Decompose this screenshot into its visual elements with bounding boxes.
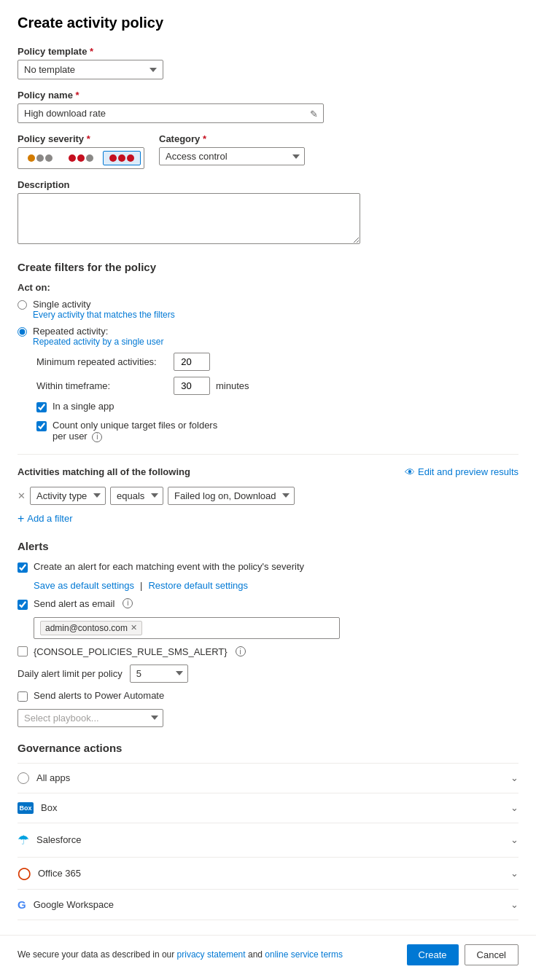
restore-default-link[interactable]: Restore default settings	[148, 580, 248, 591]
severity-low-dot2	[36, 154, 44, 162]
severity-high-dots	[109, 154, 134, 162]
divider-1	[18, 454, 518, 455]
severity-high[interactable]	[103, 151, 141, 165]
add-filter-label: Add a filter	[27, 513, 72, 524]
separator: |	[140, 580, 142, 591]
policy-name-group: Policy name ✎	[18, 90, 518, 123]
unique-files-label-group: Count only unique target files or folder…	[53, 420, 217, 442]
governance-item-office365[interactable]: ◯ Office 365 ⌄	[18, 857, 518, 889]
repeated-activity-radio[interactable]	[18, 327, 27, 337]
cancel-button[interactable]: Cancel	[465, 944, 518, 965]
min-repeated-input[interactable]	[174, 353, 210, 371]
send-email-checkbox-row[interactable]: Send alert as email i	[18, 598, 518, 610]
severity-high-dot2	[118, 154, 125, 162]
governance-section: Governance actions All apps ⌄ Box Box ⌄ …	[18, 742, 518, 920]
footer-bar: We secure your data as described in our …	[0, 935, 536, 974]
send-email-checkbox[interactable]	[18, 600, 28, 610]
single-app-checkbox-row[interactable]: In a single app	[36, 401, 518, 412]
sms-checkbox-row[interactable]: {CONSOLE_POLICIES_RULE_SMS_ALERT} i	[18, 646, 518, 657]
privacy-link[interactable]: privacy statement	[177, 949, 246, 960]
minutes-label: minutes	[216, 380, 249, 391]
filters-section-title: Create filters for the policy	[18, 261, 518, 273]
repeated-activity-sublabel: Repeated activity by a single user	[33, 337, 163, 347]
single-activity-sublabel: Every activity that matches the filters	[33, 310, 175, 320]
policy-name-label: Policy name	[18, 90, 518, 101]
filter-value-select[interactable]: Failed log on, Download	[168, 487, 295, 505]
severity-group: Policy severity	[18, 133, 144, 169]
single-activity-label: Single activity	[33, 299, 175, 310]
governance-item-all-apps[interactable]: All apps ⌄	[18, 763, 518, 793]
sms-checkbox[interactable]	[18, 646, 28, 656]
severity-low-dots	[28, 154, 53, 162]
box-name: Box	[41, 802, 57, 813]
save-default-link[interactable]: Save as default settings	[34, 580, 134, 591]
severity-low-dot3	[45, 154, 53, 162]
repeated-activity-label: Repeated activity:	[33, 326, 163, 337]
governance-item-google-left: G Google Workspace	[18, 898, 114, 911]
daily-limit-select[interactable]: 5	[130, 665, 188, 683]
governance-item-office365-left: ◯ Office 365	[18, 866, 81, 880]
email-input-container[interactable]: admin@contoso.com ✕	[34, 617, 340, 639]
description-group: Description	[18, 179, 518, 246]
send-email-info-icon[interactable]: i	[123, 598, 133, 608]
office365-chevron: ⌄	[510, 868, 518, 879]
governance-item-google[interactable]: G Google Workspace ⌄	[18, 889, 518, 920]
google-icon: G	[18, 898, 26, 911]
filter-field-select[interactable]: Activity type	[30, 487, 106, 505]
email-tag-close[interactable]: ✕	[131, 623, 137, 632]
sms-info-icon[interactable]: i	[236, 646, 246, 656]
severity-category-row: Policy severity	[18, 133, 518, 169]
severity-high-dot1	[109, 154, 117, 162]
repeated-activity-label-group: Repeated activity: Repeated activity by …	[33, 326, 163, 347]
filter-remove-button[interactable]: ✕	[18, 490, 26, 501]
edit-preview-label: Edit and preview results	[418, 466, 518, 477]
severity-medium-dot2	[77, 154, 85, 162]
policy-name-input[interactable]	[18, 103, 324, 123]
governance-item-salesforce[interactable]: ☂ Salesforce ⌄	[18, 823, 518, 857]
category-label: Category	[159, 133, 305, 144]
box-icon: Box	[18, 802, 34, 814]
governance-item-box-left: Box Box	[18, 802, 57, 814]
unique-files-checkbox-row[interactable]: Count only unique target files or folder…	[36, 420, 518, 442]
office365-name: Office 365	[38, 868, 81, 879]
min-repeated-label: Minimum repeated activities:	[36, 356, 168, 367]
all-apps-icon	[18, 772, 29, 784]
create-alert-checkbox[interactable]	[18, 562, 28, 573]
timeframe-label: Within timeframe:	[36, 380, 168, 391]
single-app-checkbox[interactable]	[36, 402, 47, 412]
category-select[interactable]: Access control	[159, 147, 305, 165]
power-automate-checkbox-row[interactable]: Send alerts to Power Automate	[18, 690, 518, 702]
timeframe-input[interactable]	[174, 377, 210, 395]
severity-medium-dot1	[69, 154, 76, 162]
severity-low[interactable]	[21, 151, 59, 165]
alerts-title: Alerts	[18, 540, 518, 552]
daily-limit-row: Daily alert limit per policy 5	[18, 665, 518, 683]
create-alert-label: Create an alert for each matching event …	[34, 561, 304, 572]
category-group: Category Access control	[159, 133, 305, 165]
salesforce-icon: ☂	[18, 832, 29, 848]
unique-files-checkbox[interactable]	[36, 421, 47, 431]
create-alert-checkbox-row[interactable]: Create an alert for each matching event …	[18, 561, 518, 573]
footer-text: We secure your data as described in our …	[18, 949, 343, 960]
policy-template-group: Policy template No template	[18, 46, 518, 79]
create-button[interactable]: Create	[407, 944, 459, 965]
repeated-activity-option[interactable]: Repeated activity: Repeated activity by …	[18, 326, 518, 347]
unique-files-info-icon[interactable]: i	[92, 432, 102, 442]
severity-medium-dot3	[86, 154, 93, 162]
power-automate-label: Send alerts to Power Automate	[34, 690, 164, 701]
power-automate-checkbox[interactable]	[18, 691, 28, 702]
single-activity-radio[interactable]	[18, 300, 27, 310]
severity-medium[interactable]	[62, 151, 100, 165]
severity-low-dot1	[28, 154, 35, 162]
filter-operator-select[interactable]: equals	[110, 487, 163, 505]
policy-template-select[interactable]: No template	[18, 60, 163, 79]
description-textarea[interactable]	[18, 193, 360, 244]
add-filter-button[interactable]: + Add a filter	[18, 512, 73, 525]
repeated-options: Minimum repeated activities: Within time…	[36, 353, 518, 395]
governance-item-box[interactable]: Box Box ⌄	[18, 793, 518, 823]
playbook-select[interactable]: Select playbook...	[18, 709, 163, 727]
terms-link[interactable]: online service terms	[265, 949, 343, 960]
edit-preview-link[interactable]: 👁 Edit and preview results	[405, 466, 518, 478]
office365-icon: ◯	[18, 866, 31, 880]
single-activity-option[interactable]: Single activity Every activity that matc…	[18, 299, 518, 320]
